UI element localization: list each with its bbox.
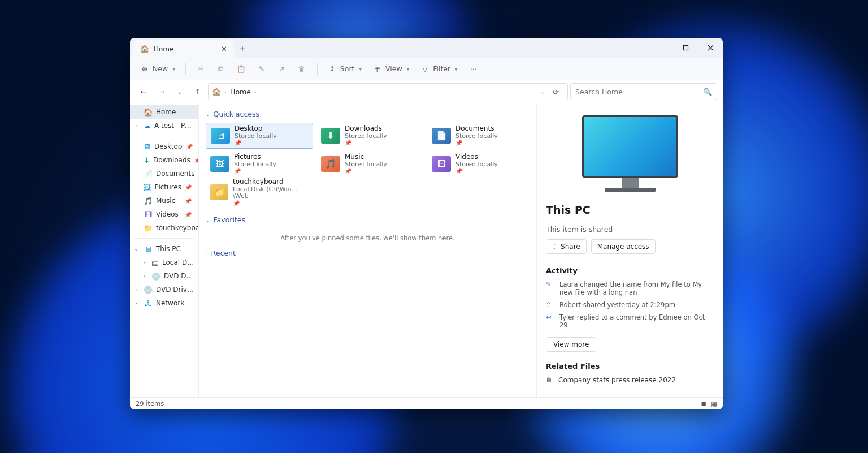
favorites-empty-text: After you've pinned some files, we'll sh…	[206, 234, 530, 242]
quick-access-desktop[interactable]: 🖥 Desktop Stored locally 📌	[206, 123, 313, 149]
copy-button[interactable]: ⧉	[212, 61, 230, 77]
sidebar-item-thispc[interactable]: ⌄ 🖥 This PC	[130, 242, 198, 256]
breadcrumb-home[interactable]: Home	[230, 88, 251, 96]
sidebar-item-music[interactable]: 🎵 Music 📌	[130, 194, 198, 208]
window-controls	[648, 38, 723, 58]
ellipsis-icon: ⋯	[469, 64, 478, 74]
quick-access-documents[interactable]: 📄 Documents Stored locally 📌	[427, 123, 535, 149]
sidebar-item-desktop[interactable]: 🖥 Desktop 📌	[130, 140, 198, 153]
sidebar-item-touchkeyboard[interactable]: 📁 touchkeyboard	[130, 221, 198, 235]
chevron-down-icon: ▾	[359, 66, 362, 72]
chevron-right-icon[interactable]: ›	[141, 260, 147, 265]
sidebar-label: This PC	[156, 245, 181, 253]
sort-label: Sort	[340, 64, 355, 73]
download-icon: ⬇	[321, 128, 340, 144]
sidebar-item-home[interactable]: 🏠 Home	[130, 105, 198, 119]
sidebar-item-dvd1[interactable]: › 💿 DVD Drive (D:) CC	[130, 269, 198, 283]
section-quick-access[interactable]: ⌄ Quick access	[206, 110, 530, 118]
chevron-right-icon: ›	[206, 251, 208, 256]
pin-icon: 📌	[233, 200, 309, 207]
thispc-thumbnail	[546, 115, 714, 192]
sidebar-label: Documents	[156, 170, 194, 178]
cut-button[interactable]: ✂	[192, 61, 210, 77]
chevron-down-icon[interactable]: ⌄	[133, 246, 139, 252]
sidebar-item-downloads[interactable]: ⬇ Downloads 📌	[130, 153, 198, 167]
minimize-button[interactable]	[648, 38, 673, 58]
dvd-icon: 💿	[151, 271, 160, 281]
new-button[interactable]: ⊕ New ▾	[136, 61, 180, 77]
tiles-view-button[interactable]: ▦	[711, 400, 717, 408]
chevron-down-icon: ⌄	[206, 111, 210, 117]
item-name: Downloads	[345, 125, 387, 133]
item-sub: Stored locally	[235, 133, 277, 140]
chevron-right-icon[interactable]: ›	[133, 287, 139, 292]
paste-icon: 📋	[237, 64, 246, 74]
cut-icon: ✂	[196, 64, 205, 74]
sidebar-item-network[interactable]: › 🖧 Network	[130, 296, 198, 310]
reply-activity-icon: ↩	[546, 313, 554, 321]
delete-button[interactable]: 🗑	[293, 61, 311, 77]
sidebar-item-videos[interactable]: 🎞 Videos 📌	[130, 208, 198, 221]
back-button[interactable]: ←	[136, 84, 151, 100]
chevron-right-icon[interactable]: ›	[133, 300, 139, 306]
maximize-button[interactable]	[673, 38, 698, 58]
new-tab-button[interactable]: ＋	[234, 40, 251, 58]
more-button[interactable]: ⋯	[465, 61, 483, 77]
quick-access-music[interactable]: 🎵 Music Stored locally 📌	[316, 151, 424, 177]
search-box[interactable]: 🔍	[570, 83, 717, 100]
filter-icon: ▽	[420, 64, 429, 74]
pin-icon: 📌	[455, 168, 498, 175]
sidebar-item-pictures[interactable]: 🖼 Pictures 📌	[130, 180, 198, 194]
refresh-button[interactable]: ⟳	[548, 88, 564, 96]
quick-access-touchkeyboard[interactable]: 📁 touchkeyboard Local Disk (C:)\Win…\Web…	[206, 179, 313, 205]
recent-locations-button[interactable]: ⌄	[172, 84, 188, 100]
address-bar[interactable]: 🏠 › Home › ⌄ ⟳	[208, 83, 568, 100]
up-button[interactable]: ↑	[190, 84, 206, 100]
activity-item: ✎ Laura changed the name from My file to…	[546, 281, 714, 296]
pin-icon: 📌	[185, 184, 195, 191]
sidebar-item-dvd2[interactable]: › 💿 DVD Drive (D:) CCC	[130, 283, 198, 296]
view-button[interactable]: ▦ View ▾	[368, 61, 414, 77]
new-label: New	[153, 64, 168, 73]
share-button[interactable]: ↗	[273, 61, 291, 77]
search-input[interactable]	[575, 88, 703, 96]
close-button[interactable]	[698, 38, 723, 58]
filter-label: Filter	[433, 64, 450, 73]
sidebar-label: Network	[156, 299, 184, 307]
section-recent[interactable]: › Recent	[206, 249, 530, 257]
folder-icon: 📁	[210, 184, 228, 200]
related-files-heading: Related Files	[546, 362, 714, 370]
sidebar-item-localdisk[interactable]: › 🖴 Local Disk (C:)	[130, 256, 198, 269]
view-icon: ▦	[373, 64, 382, 74]
chevron-right-icon[interactable]: ›	[133, 123, 139, 128]
details-view-button[interactable]: ≣	[701, 400, 706, 408]
quick-access-videos[interactable]: 🎞 Videos Stored locally 📌	[427, 151, 535, 177]
chevron-right-icon[interactable]: ›	[141, 273, 147, 279]
sort-button[interactable]: ↕ Sort ▾	[323, 61, 366, 77]
view-more-button[interactable]: View more	[546, 337, 596, 352]
sidebar-item-documents[interactable]: 📄 Documents 📌	[130, 167, 198, 180]
video-icon: 🎞	[432, 156, 451, 172]
address-dropdown-button[interactable]: ⌄	[540, 89, 545, 95]
quick-access-pictures[interactable]: 🖼 Pictures Stored locally 📌	[206, 151, 313, 177]
rename-button[interactable]: ✎	[253, 61, 271, 77]
forward-button[interactable]: →	[154, 84, 170, 100]
home-icon: 🏠	[140, 45, 149, 54]
share-button[interactable]: ⇪ Share	[546, 239, 587, 254]
filter-button[interactable]: ▽ Filter ▾	[416, 61, 462, 77]
tab-close-button[interactable]: ✕	[221, 45, 227, 53]
breadcrumb-separator-icon: ›	[254, 89, 257, 95]
content-area: ⌄ Quick access 🖥 Desktop Stored locally …	[199, 103, 536, 397]
divider	[134, 238, 194, 239]
status-bar: 29 items ≣ ▦	[130, 397, 723, 409]
quick-access-downloads[interactable]: ⬇ Downloads Stored locally 📌	[316, 123, 424, 149]
tab-home[interactable]: 🏠 Home ✕	[132, 40, 234, 58]
related-file-item[interactable]: 🗎 Company stats press release 2022	[546, 376, 714, 384]
section-favorites[interactable]: ⌄ Favorites	[206, 215, 530, 224]
rename-icon: ✎	[257, 64, 266, 74]
paste-button[interactable]: 📋	[232, 61, 250, 77]
manage-access-button[interactable]: Manage access	[591, 239, 656, 254]
share-activity-icon: ⇪	[546, 301, 554, 309]
svg-rect-1	[683, 46, 688, 50]
sidebar-item-atest[interactable]: › ☁ A test - Personal	[130, 119, 198, 132]
